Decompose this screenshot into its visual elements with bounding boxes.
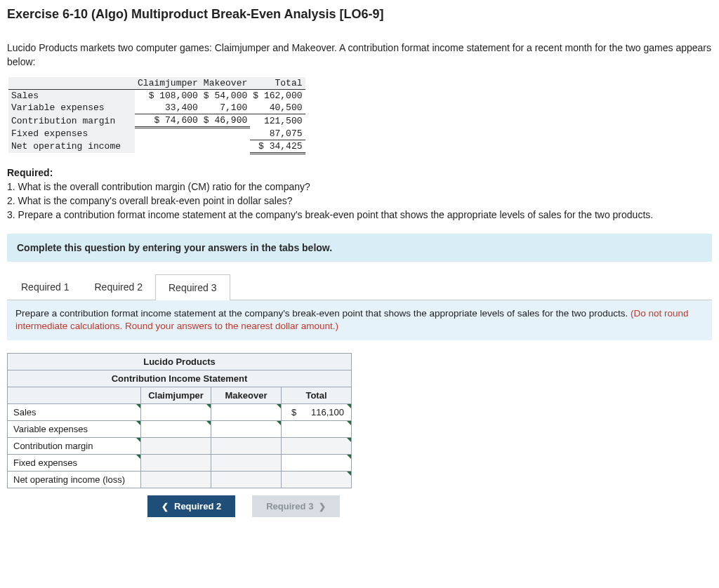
dropdown-icon[interactable] — [347, 404, 351, 408]
cell: $ 162,000 — [250, 90, 305, 102]
cell: 40,500 — [250, 102, 305, 114]
income-statement-table: Claimjumper Makeover Total Sales $ 108,0… — [8, 77, 305, 154]
fixed-mo — [211, 455, 282, 472]
tab-instruction: Prepare a contribution format income sta… — [7, 300, 712, 341]
answer-title-2: Contribution Income Statement — [8, 370, 352, 387]
cell — [201, 140, 250, 153]
intro-text: Lucido Products markets two computer gam… — [7, 41, 712, 69]
dropdown-icon[interactable] — [206, 404, 211, 408]
tab-required-3[interactable]: Required 3 — [155, 274, 230, 300]
cell — [201, 128, 250, 140]
dropdown-icon[interactable] — [277, 404, 281, 408]
cell: 33,400 — [135, 102, 201, 114]
chevron-left-icon: ❮ — [161, 502, 169, 512]
answer-table: Lucido Products Contribution Income Stat… — [7, 353, 352, 488]
col-makeover: Makeover — [201, 77, 250, 90]
answer-row-sales-label: Sales — [13, 407, 37, 417]
noi-mo — [211, 472, 282, 488]
chevron-right-icon: ❯ — [319, 502, 326, 512]
cell — [135, 128, 201, 140]
dropdown-icon[interactable] — [347, 438, 351, 442]
dropdown-icon[interactable] — [347, 472, 351, 476]
answer-row-cm[interactable]: Contribution margin — [8, 438, 141, 455]
input-sales-mo[interactable] — [211, 404, 282, 421]
dropdown-icon[interactable] — [277, 421, 281, 425]
tab-required-1[interactable]: Required 1 — [8, 274, 82, 300]
answer-row-varexp[interactable]: Variable expenses — [8, 421, 141, 438]
cm-total — [282, 438, 352, 455]
cell: $ 34,425 — [250, 140, 305, 153]
answer-title-1: Lucido Products — [8, 354, 352, 370]
dropdown-icon[interactable] — [347, 421, 351, 425]
row-varexp: Variable expenses — [8, 102, 135, 114]
col-total: Total — [250, 77, 305, 90]
answer-col-claimjumper: Claimjumper — [141, 387, 211, 404]
dropdown-icon[interactable] — [136, 421, 140, 425]
dollar-sign: $ — [287, 407, 296, 417]
input-fixed-total[interactable] — [282, 455, 352, 472]
dropdown-icon[interactable] — [136, 438, 140, 442]
instruction-main: Prepare a contribution format income sta… — [15, 308, 631, 319]
cm-cj — [141, 438, 211, 455]
dropdown-icon[interactable] — [206, 421, 211, 425]
input-sales-total[interactable]: $116,100 — [282, 404, 352, 421]
row-fixed: Fixed expenses — [8, 128, 135, 140]
value-sales-total: 116,100 — [311, 407, 344, 417]
row-sales: Sales — [8, 90, 135, 102]
cell: $ 74,600 — [135, 114, 201, 128]
fixed-cj — [141, 455, 211, 472]
required-list: 1. What is the overall contribution marg… — [7, 180, 712, 222]
cell: $ 108,000 — [135, 90, 201, 102]
answer-row-sales[interactable]: Sales — [8, 404, 141, 421]
col-claimjumper: Claimjumper — [135, 77, 201, 90]
next-label: Required 3 — [266, 501, 313, 512]
prev-button[interactable]: ❮ Required 2 — [147, 495, 235, 517]
required-item-2: 2. What is the company's overall break-e… — [7, 194, 712, 208]
cell: $ 54,000 — [201, 90, 250, 102]
input-varexp-total[interactable] — [282, 421, 352, 438]
prev-label: Required 2 — [174, 501, 221, 512]
tab-bar: Required 1 Required 2 Required 3 — [8, 274, 712, 300]
noi-total — [282, 472, 352, 488]
dropdown-icon[interactable] — [347, 455, 351, 459]
dropdown-icon[interactable] — [136, 404, 140, 408]
answer-col-makeover: Makeover — [211, 387, 282, 404]
answer-col-total: Total — [282, 387, 352, 404]
row-noi: Net operating income — [8, 140, 135, 153]
answer-row-noi: Net operating income (loss) — [8, 472, 141, 488]
cell — [135, 140, 201, 153]
input-sales-cj[interactable] — [141, 404, 211, 421]
dropdown-icon[interactable] — [136, 455, 140, 459]
required-item-1: 1. What is the overall contribution marg… — [7, 180, 712, 194]
noi-cj — [141, 472, 211, 488]
nav-buttons: ❮ Required 2 Required 3 ❯ — [147, 495, 712, 517]
cell: 87,075 — [250, 128, 305, 140]
required-header: Required: — [7, 167, 712, 178]
exercise-title: Exercise 6-10 (Algo) Multiproduct Break-… — [7, 7, 712, 22]
cell: $ 46,900 — [201, 114, 250, 128]
row-cm: Contribution margin — [8, 114, 135, 128]
answer-row-varexp-label: Variable expenses — [13, 424, 88, 434]
blank-header — [8, 77, 135, 90]
answer-row-fixed[interactable]: Fixed expenses — [8, 455, 141, 472]
tab-required-2[interactable]: Required 2 — [82, 274, 156, 300]
answer-blank-col — [8, 387, 141, 404]
required-item-3: 3. Prepare a contribution format income … — [7, 208, 712, 222]
next-button[interactable]: Required 3 ❯ — [252, 495, 340, 517]
cell: 121,500 — [250, 114, 305, 128]
answer-row-fixed-label: Fixed expenses — [13, 457, 77, 468]
cm-mo — [211, 438, 282, 455]
input-varexp-mo[interactable] — [211, 421, 282, 438]
answer-row-noi-label: Net operating income (loss) — [13, 474, 125, 485]
instruction-bar: Complete this question by entering your … — [7, 234, 712, 262]
answer-row-cm-label: Contribution margin — [13, 441, 93, 451]
input-varexp-cj[interactable] — [141, 421, 211, 438]
cell: 7,100 — [201, 102, 250, 114]
